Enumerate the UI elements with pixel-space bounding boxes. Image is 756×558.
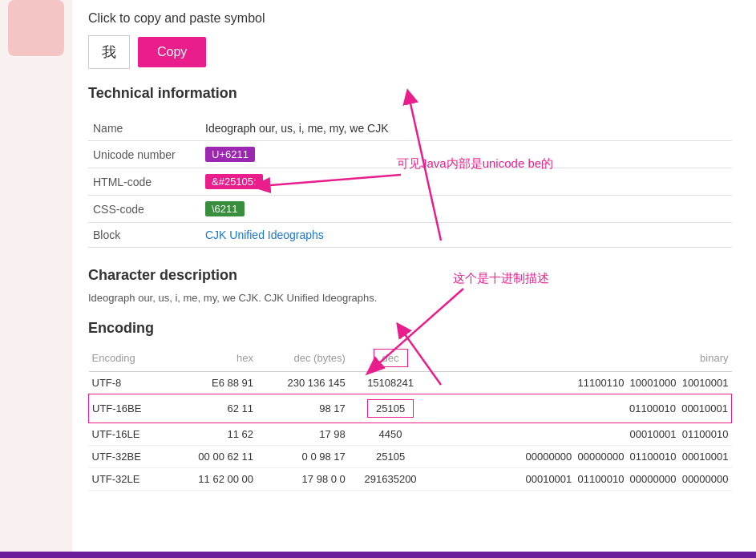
enc-binary: 00010001 01100010 00000000 00000000 [432, 468, 731, 491]
symbol-box[interactable]: 我 [88, 35, 130, 69]
enc-name: UTF-16BE [89, 394, 169, 423]
char-desc-section-title: Character description [88, 267, 732, 287]
html-badge: &#25105; [205, 174, 263, 189]
left-sidebar [0, 0, 72, 558]
enc-dec-bytes: 230 136 145 [257, 372, 349, 394]
table-row: UTF-8 E6 88 91 230 136 145 15108241 1110… [89, 372, 732, 394]
table-row: UTF-16LE 11 62 17 98 4450 00010001 01100… [89, 423, 732, 446]
table-row-highlighted: UTF-16BE 62 11 98 17 25105 01100010 0001… [89, 394, 732, 423]
bottom-bar [0, 552, 756, 558]
enc-hex: 11 62 00 00 [168, 468, 257, 491]
main-content: Click to copy and paste symbol 我 Copy Te… [72, 0, 756, 558]
table-row: UTF-32BE 00 00 62 11 0 0 98 17 25105 000… [89, 446, 732, 468]
block-link[interactable]: CJK Unified Ideographs [205, 228, 324, 241]
field-label: Block [88, 223, 200, 248]
col-hex: hex [168, 345, 257, 372]
field-value-html: &#25105; [200, 168, 732, 196]
enc-binary: 00010001 01100010 [432, 423, 731, 446]
enc-dec-bytes: 98 17 [257, 394, 349, 423]
field-label: Name [88, 116, 200, 141]
css-badge: \6211 [205, 201, 245, 216]
enc-dec: 291635200 [349, 468, 432, 491]
symbol-copy-row: 我 Copy [88, 35, 732, 69]
field-value-block: CJK Unified Ideographs [200, 223, 732, 248]
enc-dec-bytes: 17 98 [257, 423, 349, 446]
field-label: HTML-code [88, 168, 200, 196]
enc-dec: 15108241 [349, 372, 432, 394]
enc-hex: 62 11 [168, 394, 257, 423]
table-row: UTF-32LE 11 62 00 00 17 98 0 0 291635200… [89, 468, 732, 491]
char-desc-text: Ideograph our, us, i, me, my, we CJK. CJ… [88, 292, 732, 304]
click-to-copy-label: Click to copy and paste symbol [88, 11, 732, 26]
dec-header-box: dec [374, 349, 408, 367]
col-dec-bytes: dec (bytes) [257, 345, 349, 372]
encoding-section-title: Encoding [88, 320, 732, 337]
enc-dec-bytes: 17 98 0 0 [257, 468, 349, 491]
table-header-row: Encoding hex dec (bytes) dec binary [89, 345, 732, 372]
col-dec: dec [349, 345, 432, 372]
enc-name: UTF-16LE [89, 423, 169, 446]
table-row: Unicode number U+6211 [88, 141, 732, 168]
table-row: CSS-code \6211 [88, 196, 732, 223]
field-value-css: \6211 [200, 196, 732, 223]
technical-section-title: Technical information [88, 85, 732, 105]
enc-name: UTF-32LE [89, 468, 169, 491]
enc-hex: 00 00 62 11 [168, 446, 257, 468]
unicode-badge: U+6211 [205, 147, 255, 162]
enc-binary: 00000000 00000000 01100010 00010001 [432, 446, 731, 468]
enc-hex: 11 62 [168, 423, 257, 446]
enc-dec-bytes: 0 0 98 17 [257, 446, 349, 468]
enc-dec: 25105 [349, 446, 432, 468]
field-label: CSS-code [88, 196, 200, 223]
table-row: Name Ideograph our, us, i, me, my, we CJ… [88, 116, 732, 141]
encoding-container: Encoding hex dec (bytes) dec binary UTF-… [88, 345, 732, 491]
col-binary: binary [432, 345, 731, 372]
table-row: HTML-code &#25105; [88, 168, 732, 196]
copy-button[interactable]: Copy [138, 37, 206, 67]
enc-dec: 4450 [349, 423, 432, 446]
field-value-unicode: U+6211 [200, 141, 732, 168]
encoding-table: Encoding hex dec (bytes) dec binary UTF-… [88, 345, 732, 491]
enc-binary: 01100010 00010001 [432, 394, 731, 423]
dec-highlight-box: 25105 [367, 399, 414, 418]
field-label: Unicode number [88, 141, 200, 168]
enc-name: UTF-8 [89, 372, 169, 394]
field-value-name: Ideograph our, us, i, me, my, we CJK [200, 116, 732, 141]
enc-name: UTF-32BE [89, 446, 169, 468]
table-row: Block CJK Unified Ideographs [88, 223, 732, 248]
sidebar-accent [8, 0, 64, 56]
technical-info-table: Name Ideograph our, us, i, me, my, we CJ… [88, 116, 732, 248]
enc-hex: E6 88 91 [168, 372, 257, 394]
enc-binary: 11100110 10001000 10010001 [432, 372, 731, 394]
col-encoding: Encoding [89, 345, 169, 372]
enc-dec: 25105 [349, 394, 432, 423]
